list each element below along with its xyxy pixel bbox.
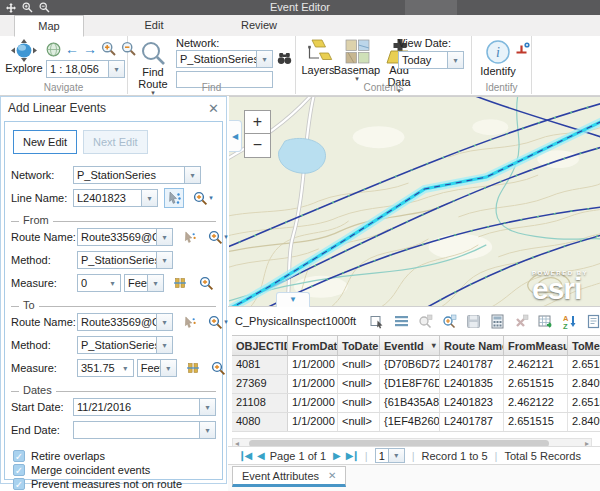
chevron-down-icon: ▼ xyxy=(289,295,297,304)
close-icon[interactable]: ✕ xyxy=(208,102,219,115)
end-date-combo[interactable]: ▾ xyxy=(73,421,216,439)
tab-map[interactable]: Map xyxy=(14,15,84,37)
to-select-route-button[interactable] xyxy=(179,312,199,332)
from-zoom-route-button[interactable]: ▾ xyxy=(205,227,231,247)
from-method-combo[interactable]: P_StationSeries ▾ xyxy=(77,251,173,269)
chevron-down-icon[interactable]: ▾ xyxy=(199,399,215,415)
column-header[interactable]: ToMeasure xyxy=(568,336,600,355)
explore-button[interactable]: Explore xyxy=(4,39,44,74)
line-name-combo[interactable]: L2401823 ▾ xyxy=(73,189,158,207)
table-row[interactable]: 273691/1/2000<null>{D1E8F76D-FL24018352.… xyxy=(232,375,600,394)
from-measure-locate-button[interactable] xyxy=(170,273,190,293)
sort-records-icon[interactable]: AZ xyxy=(559,312,580,330)
chevron-down-icon[interactable]: ▾ xyxy=(147,275,163,291)
next-edit-button[interactable]: Next Edit xyxy=(83,130,148,154)
table-cell: 2.462122 xyxy=(504,394,568,412)
view-date-combo[interactable]: Today ▾ xyxy=(398,51,464,69)
column-header[interactable]: ToDate xyxy=(338,336,380,355)
chevron-down-icon[interactable]: ▾ xyxy=(105,275,120,291)
chevron-down-icon[interactable]: ▾ xyxy=(118,360,133,376)
table-row[interactable]: 211081/1/2000<null>{61B435A8-32L24018232… xyxy=(232,394,600,413)
prev-page-button[interactable]: ◀ xyxy=(257,451,263,461)
column-header[interactable]: FromDate xyxy=(288,336,338,355)
pan-icon[interactable] xyxy=(6,3,16,13)
chevron-down-icon[interactable]: ▾ xyxy=(156,252,172,268)
select-on-map-button[interactable] xyxy=(164,188,184,208)
collapse-table-button[interactable]: ▼ xyxy=(276,292,310,307)
layers-button[interactable]: Layers xyxy=(300,39,336,76)
zoom-in-map-icon[interactable] xyxy=(101,41,117,57)
to-measure-zoom-button[interactable] xyxy=(209,358,229,378)
column-header[interactable]: EventId▾ xyxy=(380,336,440,355)
column-header[interactable]: Route Name xyxy=(440,336,504,355)
from-measure-zoom-button[interactable] xyxy=(196,273,216,293)
field-calculator-icon[interactable] xyxy=(487,312,508,330)
chevron-down-icon[interactable]: ▾ xyxy=(160,360,176,376)
checkbox-icon[interactable]: ✓ xyxy=(13,478,25,490)
zoom-to-selected-icon[interactable] xyxy=(415,312,436,330)
chevron-down-icon[interactable]: ▾ xyxy=(141,190,157,206)
column-header[interactable]: OBJECTID xyxy=(232,336,288,355)
from-select-route-button[interactable] xyxy=(179,227,199,247)
scale-combo[interactable]: 1 : 18,056 ▾ xyxy=(46,60,125,78)
zoom-in-icon[interactable] xyxy=(22,2,33,13)
binoculars-icon[interactable] xyxy=(277,52,292,65)
checkbox-icon[interactable]: ✓ xyxy=(13,450,25,462)
option-checkbox[interactable]: ✓Retire overlaps xyxy=(11,449,216,462)
show-records-icon[interactable] xyxy=(391,312,412,330)
to-measure-locate-button[interactable] xyxy=(183,358,203,378)
chevron-down-icon[interactable]: ▾ xyxy=(156,314,172,330)
globe-icon[interactable] xyxy=(46,42,61,57)
map-zoom-in-button[interactable]: + xyxy=(244,110,271,134)
option-checkbox[interactable]: ✓Prevent measures not on route xyxy=(11,477,216,490)
from-measure-combo[interactable]: 0 ▾ xyxy=(77,274,121,292)
close-icon[interactable]: ✕ xyxy=(328,470,336,481)
chevron-down-icon[interactable]: ▾ xyxy=(108,61,124,77)
new-edit-button[interactable]: New Edit xyxy=(13,130,77,154)
from-route-combo[interactable]: Route33569@Cent ▾ xyxy=(77,228,173,246)
page-number-combo[interactable]: 1 ▾ xyxy=(375,448,405,463)
checkbox-icon[interactable]: ✓ xyxy=(13,464,25,476)
last-page-button[interactable]: ▶❙ xyxy=(346,451,358,461)
to-method-combo[interactable]: P_StationSeries ▾ xyxy=(77,336,173,354)
identify-route-location-icon[interactable] xyxy=(515,42,530,56)
network-combo[interactable]: P_StationSeries ▾ xyxy=(73,166,201,184)
to-units-combo[interactable]: Feet ▾ xyxy=(137,359,177,377)
identify-button[interactable]: i Identify xyxy=(478,39,518,77)
table-row[interactable]: 40801/1/2000<null>{1EF4B260-F0L24017872.… xyxy=(232,413,600,432)
chevron-down-icon[interactable]: ▾ xyxy=(184,167,200,183)
start-date-combo[interactable]: 11/21/2016 ▾ xyxy=(73,398,216,416)
chevron-down-icon[interactable]: ▾ xyxy=(388,449,404,462)
chevron-down-icon[interactable]: ▾ xyxy=(199,422,215,438)
chevron-down-icon[interactable]: ▾ xyxy=(156,337,172,353)
attribute-report-icon[interactable] xyxy=(583,312,600,330)
map-view[interactable]: + − ◀ ▼ POWERED BY esri xyxy=(229,96,600,307)
zoom-to-line-button[interactable]: ▾ xyxy=(190,188,216,208)
table-row[interactable]: 40811/1/2000<null>{D70B6D72-3L24017872.4… xyxy=(232,356,600,375)
to-route-combo[interactable]: Route33569@Cent ▾ xyxy=(77,313,173,331)
back-arrow-icon[interactable]: ← xyxy=(65,42,79,56)
pan-to-selected-icon[interactable] xyxy=(439,312,460,330)
export-records-icon[interactable] xyxy=(535,312,556,330)
delete-selected-icon[interactable] xyxy=(511,312,532,330)
next-page-button[interactable]: ▶ xyxy=(333,451,339,461)
tab-event-attributes[interactable]: Event Attributes ✕ xyxy=(232,466,346,487)
save-edits-icon[interactable] xyxy=(463,312,484,330)
column-header[interactable]: FromMeasure xyxy=(504,336,568,355)
tab-edit[interactable]: Edit xyxy=(119,15,189,36)
tab-review[interactable]: Review xyxy=(224,15,294,36)
collapse-panel-button[interactable]: ◀ xyxy=(229,120,242,152)
chevron-down-icon[interactable]: ▾ xyxy=(447,52,463,68)
chevron-down-icon[interactable]: ▾ xyxy=(156,229,172,245)
to-measure-combo[interactable]: 351.75 ▾ xyxy=(77,359,134,377)
chevron-down-icon[interactable]: ▾ xyxy=(256,51,272,67)
basemap-button[interactable]: Basemap ▾ xyxy=(336,39,378,82)
option-checkbox[interactable]: ✓Merge coincident events xyxy=(11,463,216,476)
network-combo[interactable]: P_StationSeries ▾ xyxy=(176,50,273,68)
select-records-icon[interactable] xyxy=(367,312,388,330)
zoom-out-icon[interactable] xyxy=(39,2,50,13)
from-units-combo[interactable]: Feet ▾ xyxy=(124,274,164,292)
first-page-button[interactable]: ❙◀ xyxy=(238,451,250,461)
map-zoom-out-button[interactable]: − xyxy=(244,134,271,158)
forward-arrow-icon[interactable]: → xyxy=(83,42,97,56)
